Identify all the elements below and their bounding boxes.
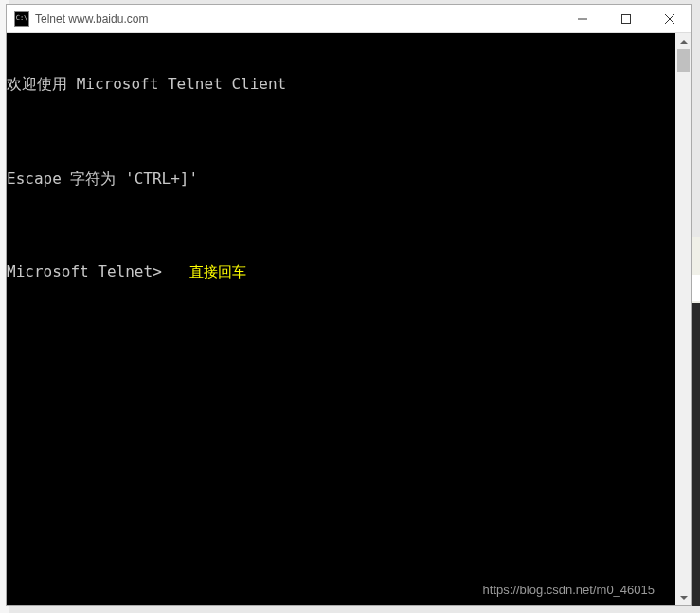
minimize-button[interactable] bbox=[561, 5, 604, 32]
scroll-thumb[interactable] bbox=[677, 49, 690, 72]
annotation-text: 直接回车 bbox=[189, 262, 246, 281]
scroll-up-button[interactable] bbox=[675, 33, 691, 49]
svg-marker-5 bbox=[680, 596, 688, 600]
chevron-up-icon bbox=[680, 40, 688, 44]
window-title: Telnet www.baidu.com bbox=[35, 12, 561, 26]
terminal-area: 欢迎使用 Microsoft Telnet Client Escape 字符为 … bbox=[7, 33, 691, 605]
terminal-prompt: Microsoft Telnet> bbox=[7, 262, 171, 281]
close-button[interactable] bbox=[648, 5, 691, 32]
scroll-track[interactable] bbox=[675, 49, 691, 589]
terminal-line-escape: Escape 字符为 'CTRL+]' bbox=[7, 170, 675, 189]
minimize-icon bbox=[578, 14, 587, 24]
terminal-line-welcome: 欢迎使用 Microsoft Telnet Client bbox=[7, 75, 675, 94]
telnet-window: C:\ Telnet www.baidu.com 欢迎使用 Microsoft … bbox=[6, 4, 692, 606]
cmd-icon-text: C:\ bbox=[16, 15, 28, 22]
cmd-icon: C:\ bbox=[14, 11, 29, 27]
terminal-prompt-line: Microsoft Telnet> 直接回车 bbox=[7, 262, 675, 281]
window-controls bbox=[561, 5, 691, 32]
maximize-button[interactable] bbox=[604, 5, 648, 32]
titlebar[interactable]: C:\ Telnet www.baidu.com bbox=[7, 5, 691, 33]
watermark-text: https://blog.csdn.net/m0_46015 bbox=[483, 581, 655, 600]
background-right-dark bbox=[692, 303, 700, 606]
terminal-output[interactable]: 欢迎使用 Microsoft Telnet Client Escape 字符为 … bbox=[7, 33, 675, 605]
maximize-icon bbox=[621, 14, 631, 24]
chevron-down-icon bbox=[680, 596, 688, 600]
scroll-down-button[interactable] bbox=[675, 589, 691, 605]
close-icon bbox=[665, 14, 674, 24]
svg-marker-4 bbox=[680, 40, 688, 44]
background-right-accent bbox=[692, 275, 700, 301]
svg-rect-1 bbox=[622, 14, 631, 23]
vertical-scrollbar[interactable] bbox=[675, 33, 691, 605]
